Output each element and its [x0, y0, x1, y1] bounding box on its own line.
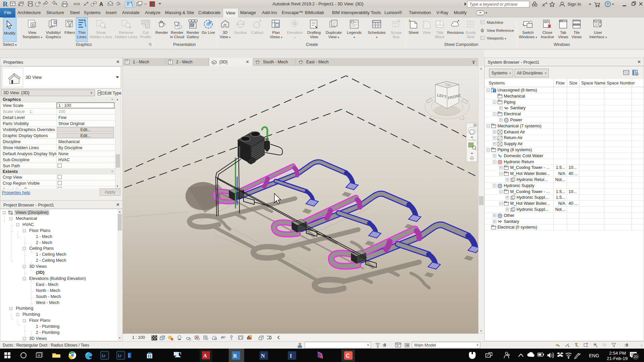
svg-text:Sanitary: Sanitary: [504, 219, 520, 224]
svg-text:Not...: Not...: [555, 207, 565, 212]
svg-text:40 ...: 40 ...: [569, 201, 578, 206]
svg-text:Other: Other: [504, 213, 514, 218]
svg-text:C: C: [346, 353, 350, 359]
svg-text:M_Hot Water Boiler...: M_Hot Water Boiler...: [510, 201, 550, 206]
svg-text:−: −: [494, 160, 495, 164]
svg-text:M_Hot Water Boiler...: M_Hot Water Boiler...: [510, 171, 550, 176]
svg-text:Hydronic Suppl...: Hydronic Suppl...: [517, 195, 548, 200]
svg-text:Power: Power: [510, 118, 522, 122]
svg-text:Hydronic Return: Hydronic Return: [504, 160, 534, 164]
svg-text:Piping: Piping: [504, 100, 516, 105]
svg-text:Mechanical (7 systems): Mechanical (7 systems): [497, 124, 541, 128]
svg-text:2:54 PM: 2:54 PM: [609, 351, 626, 356]
svg-text:Hydronic Suppl...: Hydronic Suppl...: [517, 207, 548, 212]
svg-text:M_Cooling Tower - ...: M_Cooling Tower - ...: [510, 189, 550, 194]
svg-text:?: ?: [606, 2, 609, 7]
svg-text:1.5...: 1.5...: [556, 189, 565, 194]
svg-text:Return Air: Return Air: [504, 135, 523, 140]
svg-text:+: +: [494, 136, 495, 139]
svg-text:Autodesk Revit 2019.2 - Projec: Autodesk Revit 2019.2 - Project1 - 3D Vi…: [272, 2, 363, 6]
svg-text:A: A: [99, 1, 103, 7]
svg-text:−: −: [487, 148, 489, 152]
svg-text:10...: 10...: [569, 189, 577, 194]
svg-text:Mechanical: Mechanical: [504, 94, 525, 99]
svg-text:Hydronic Retur...: Hydronic Retur...: [517, 177, 548, 182]
svg-text:Exhaust Air: Exhaust Air: [504, 130, 525, 134]
svg-text:9: 9: [482, 29, 483, 32]
svg-text:+: +: [494, 214, 495, 217]
svg-text:+: +: [506, 178, 508, 181]
svg-text:+: +: [506, 196, 508, 199]
svg-text:20: 20: [634, 355, 638, 359]
svg-text:−: −: [500, 202, 502, 205]
svg-text:Supply Air: Supply Air: [504, 141, 523, 146]
svg-text:+: +: [494, 154, 495, 158]
svg-text:Lr: Lr: [102, 354, 105, 358]
svg-text:Unassigned (8 items): Unassigned (8 items): [497, 88, 537, 93]
svg-text:M_Cooling Tower - ...: M_Cooling Tower - ...: [510, 165, 550, 170]
svg-text:I: I: [290, 353, 292, 359]
svg-text:N/A: N/A: [558, 171, 566, 176]
svg-text:+: +: [500, 106, 502, 110]
svg-text:N/A: N/A: [558, 201, 566, 206]
svg-text:Lr: Lr: [118, 354, 121, 358]
svg-text:10...: 10...: [569, 165, 577, 170]
svg-text:Hydronic Supply: Hydronic Supply: [504, 183, 535, 188]
svg-text:−: −: [487, 88, 489, 92]
svg-text:Type a keyword or phrase: Type a keyword or phrase: [469, 2, 518, 7]
svg-text:+: +: [494, 130, 495, 134]
svg-text:−: −: [494, 112, 495, 116]
svg-text:+: +: [500, 166, 502, 169]
svg-text:Sign In: Sign In: [568, 2, 581, 7]
svg-text:A: A: [203, 353, 207, 358]
svg-text:+: +: [506, 208, 508, 211]
svg-text:ENG: ENG: [589, 353, 599, 358]
svg-text:1.5...: 1.5...: [556, 165, 565, 170]
svg-text:−: −: [500, 172, 502, 175]
svg-text:Not...: Not...: [555, 177, 565, 182]
svg-text:−: −: [494, 184, 495, 187]
svg-text:Electrical: Electrical: [504, 112, 521, 116]
svg-text:+: +: [500, 118, 502, 122]
svg-text:Electrical (0 systems): Electrical (0 systems): [497, 225, 537, 230]
svg-text:N: N: [261, 353, 265, 359]
svg-text:R: R: [3, 0, 8, 8]
svg-text:R: R: [233, 353, 237, 359]
svg-text:40 ...: 40 ...: [569, 171, 578, 176]
svg-text:Domestic Cold Water: Domestic Cold Water: [504, 154, 543, 158]
svg-text:1.5...: 1.5...: [556, 195, 565, 200]
svg-text:21-Feb-19: 21-Feb-19: [607, 356, 628, 361]
svg-text:Sanitary: Sanitary: [510, 106, 526, 110]
svg-text:+: +: [494, 220, 495, 223]
svg-text:−: −: [487, 124, 489, 128]
svg-text:+: +: [494, 142, 495, 145]
svg-text:−: −: [494, 101, 495, 104]
svg-text:[: [: [128, 354, 129, 357]
svg-text:−: −: [500, 190, 502, 193]
svg-text:Piping (8 systems): Piping (8 systems): [497, 147, 532, 152]
svg-text:?: ?: [494, 89, 495, 93]
